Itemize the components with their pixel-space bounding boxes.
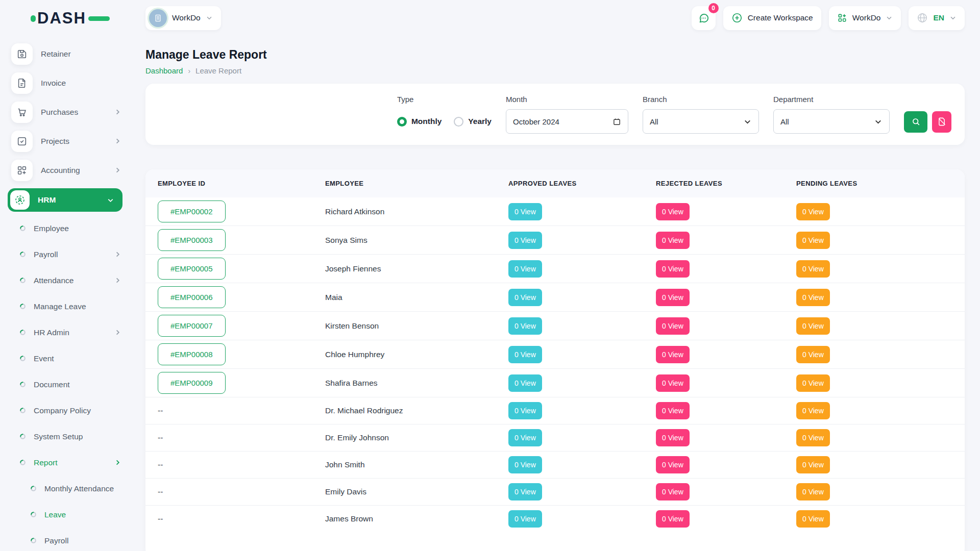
bullet-icon (19, 277, 26, 284)
approved-view-badge[interactable]: 0 View (508, 203, 542, 220)
sidebar-item-manage-leave[interactable]: Manage Leave (0, 293, 131, 319)
employee-id-button[interactable]: #EMP00006 (158, 286, 226, 308)
pending-view-badge[interactable]: 0 View (796, 317, 830, 335)
sidebar-item-document[interactable]: Document (0, 371, 131, 397)
sidebar-item-accounting[interactable]: Accounting (0, 156, 131, 185)
rejected-view-badge[interactable]: 0 View (656, 260, 690, 278)
department-select[interactable]: All (773, 109, 890, 134)
table-row: --Dr. Emily Johnson0 View0 View0 View (145, 424, 965, 452)
sidebar-item-system-setup[interactable]: System Setup (0, 423, 131, 449)
approved-view-badge[interactable]: 0 View (508, 402, 542, 419)
accounting-icon (11, 160, 33, 181)
approved-view-badge[interactable]: 0 View (508, 374, 542, 392)
rejected-view-badge[interactable]: 0 View (656, 483, 690, 500)
chat-badge: 0 (708, 3, 719, 13)
sidebar-item-label: Payroll (34, 250, 106, 259)
pending-view-badge[interactable]: 0 View (796, 232, 830, 249)
sidebar-item-leave[interactable]: Leave (0, 502, 131, 528)
pending-view-badge[interactable]: 0 View (796, 374, 830, 392)
sidebar-item-purchases[interactable]: Purchases (0, 97, 131, 127)
pending-view-badge[interactable]: 0 View (796, 429, 830, 446)
sidebar-item-retainer[interactable]: Retainer (0, 39, 131, 68)
app-menu-button[interactable]: WorkDo (829, 6, 901, 30)
sidebar-item-invoice[interactable]: Invoice (0, 68, 131, 97)
sidebar-item-event[interactable]: Event (0, 345, 131, 371)
chat-button[interactable]: 0 (692, 6, 716, 30)
approved-view-badge[interactable]: 0 View (508, 232, 542, 249)
approved-view-badge[interactable]: 0 View (508, 260, 542, 278)
reset-button[interactable] (932, 111, 951, 133)
pending-view-badge[interactable]: 0 View (796, 456, 830, 473)
pending-view-badge[interactable]: 0 View (796, 289, 830, 306)
sidebar-item-hr-admin[interactable]: HR Admin (0, 319, 131, 345)
sidebar-item-report[interactable]: Report (0, 449, 131, 475)
bullet-icon (19, 251, 26, 258)
employee-id-button[interactable]: #EMP00002 (158, 201, 226, 222)
workspace-switcher[interactable]: WorkDo (145, 6, 221, 30)
employee-id-button[interactable]: #EMP00005 (158, 258, 226, 280)
sidebar-item-label: Monthly Attendance (44, 484, 121, 493)
rejected-view-badge[interactable]: 0 View (656, 402, 690, 419)
type-radio-monthly[interactable]: Monthly (397, 117, 442, 127)
bullet-icon (19, 407, 26, 414)
language-label: EN (933, 13, 944, 22)
table-row: #EMP00006Maia0 View0 View0 View (145, 283, 965, 312)
bullet-icon (19, 381, 26, 388)
pending-view-badge[interactable]: 0 View (796, 402, 830, 419)
rejected-view-badge[interactable]: 0 View (656, 203, 690, 220)
sidebar-item-hrm[interactable]: HRM (8, 188, 122, 212)
app-logo[interactable]: DASH (0, 0, 131, 37)
employee-id-button[interactable]: #EMP00008 (158, 343, 226, 365)
approved-view-badge[interactable]: 0 View (508, 346, 542, 363)
month-input[interactable]: October 2024 (506, 109, 628, 134)
sidebar-item-employee[interactable]: Employee (0, 215, 131, 241)
pending-view-badge[interactable]: 0 View (796, 203, 830, 220)
employee-name: James Brown (325, 514, 373, 523)
employee-name: Joseph Fiennes (325, 264, 381, 273)
pending-view-badge[interactable]: 0 View (796, 483, 830, 500)
type-radio-group: MonthlyYearly (397, 109, 492, 134)
employee-id-button[interactable]: #EMP00007 (158, 315, 226, 337)
leave-table: EMPLOYEE IDEMPLOYEEAPPROVED LEAVESREJECT… (145, 169, 965, 533)
rejected-view-badge[interactable]: 0 View (656, 317, 690, 335)
sidebar-item-company-policy[interactable]: Company Policy (0, 397, 131, 423)
sidebar-item-attendance[interactable]: Attendance (0, 267, 131, 293)
rejected-view-badge[interactable]: 0 View (656, 429, 690, 446)
search-button[interactable] (904, 111, 927, 133)
sidebar-item-projects[interactable]: Projects (0, 127, 131, 156)
employee-id-button[interactable]: #EMP00003 (158, 229, 226, 251)
approved-view-badge[interactable]: 0 View (508, 456, 542, 473)
approved-view-badge[interactable]: 0 View (508, 317, 542, 335)
rejected-view-badge[interactable]: 0 View (656, 374, 690, 392)
purchases-icon (11, 102, 33, 123)
employee-id-button[interactable]: #EMP00009 (158, 372, 226, 394)
rejected-view-badge[interactable]: 0 View (656, 232, 690, 249)
sidebar-item-payroll[interactable]: Payroll (0, 241, 131, 267)
language-button[interactable]: EN (909, 6, 965, 30)
employee-name: Richard Atkinson (325, 207, 384, 216)
breadcrumb-dashboard-link[interactable]: Dashboard (145, 66, 183, 75)
pending-view-badge[interactable]: 0 View (796, 260, 830, 278)
employee-name: John Smith (325, 460, 365, 469)
approved-view-badge[interactable]: 0 View (508, 483, 542, 500)
approved-view-badge[interactable]: 0 View (508, 429, 542, 446)
leave-table-card: EMPLOYEE IDEMPLOYEEAPPROVED LEAVESREJECT… (145, 169, 965, 551)
approved-view-badge[interactable]: 0 View (508, 289, 542, 306)
projects-icon (11, 131, 33, 152)
rejected-view-badge[interactable]: 0 View (656, 346, 690, 363)
sidebar-item-payroll[interactable]: Payroll (0, 528, 131, 551)
rejected-view-badge[interactable]: 0 View (656, 456, 690, 473)
type-radio-yearly[interactable]: Yearly (454, 117, 492, 127)
pending-view-badge[interactable]: 0 View (796, 510, 830, 528)
pending-view-badge[interactable]: 0 View (796, 346, 830, 363)
table-row: --Emily Davis0 View0 View0 View (145, 479, 965, 506)
table-row: #EMP00003Sonya Sims0 View0 View0 View (145, 226, 965, 255)
column-header-employee-id: EMPLOYEE ID (145, 169, 325, 197)
create-workspace-button[interactable]: Create Workspace (723, 6, 821, 30)
sidebar-item-monthly-attendance[interactable]: Monthly Attendance (0, 475, 131, 502)
rejected-view-badge[interactable]: 0 View (656, 289, 690, 306)
column-header-pending-leaves: PENDING LEAVES (796, 169, 965, 197)
branch-select[interactable]: All (643, 109, 759, 134)
rejected-view-badge[interactable]: 0 View (656, 510, 690, 528)
approved-view-badge[interactable]: 0 View (508, 510, 542, 528)
